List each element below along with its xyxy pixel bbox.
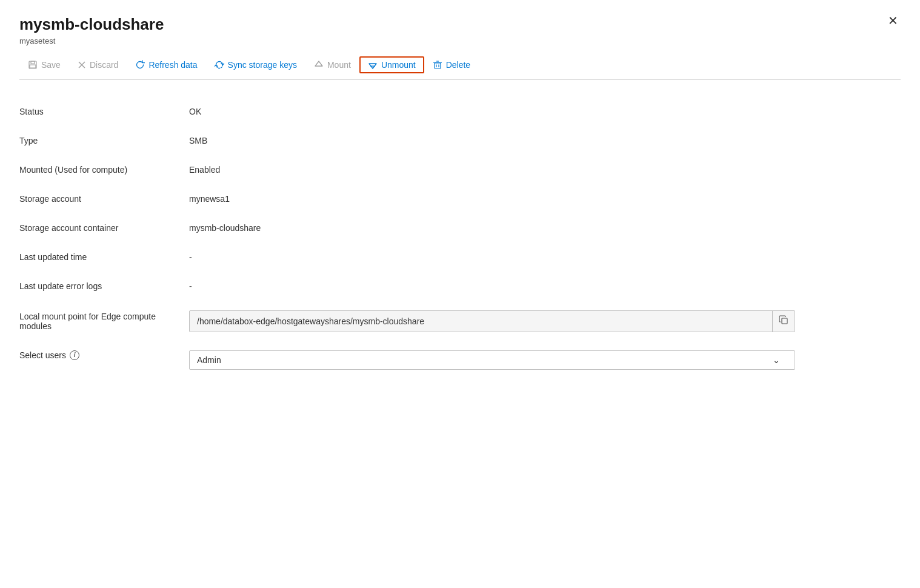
- field-value-select-users: Admin ⌄: [189, 349, 901, 370]
- field-label-last-updated: Last updated time: [19, 251, 189, 262]
- delete-button[interactable]: Delete: [424, 56, 479, 73]
- field-select-users: Select users i Admin ⌄: [19, 341, 901, 378]
- discard-icon: [78, 61, 86, 69]
- refresh-icon: [135, 60, 145, 70]
- mount-path-text: /home/databox-edge/hostgatewayshares/mys…: [190, 312, 772, 330]
- field-status: Status OK: [19, 97, 901, 126]
- field-value-storage-account: mynewsa1: [189, 193, 901, 204]
- dropdown-chevron-button[interactable]: ⌄: [758, 351, 795, 369]
- field-storage-account: Storage account mynewsa1: [19, 184, 901, 213]
- chevron-down-icon: ⌄: [765, 351, 787, 369]
- refresh-label: Refresh data: [148, 60, 197, 70]
- field-label-storage-account: Storage account: [19, 193, 189, 204]
- copy-button[interactable]: [772, 311, 795, 332]
- detail-panel: mysmb-cloudshare myasetest ✕ Save: [0, 0, 920, 588]
- field-label-mounted: Mounted (Used for compute): [19, 164, 189, 175]
- field-type: Type SMB: [19, 126, 901, 155]
- panel-title: mysmb-cloudshare: [19, 15, 901, 35]
- mount-label: Mount: [327, 60, 351, 70]
- users-selected-value: Admin: [190, 351, 758, 369]
- field-value-status: OK: [189, 105, 901, 116]
- field-storage-container: Storage account container mysmb-cloudsha…: [19, 213, 901, 242]
- field-last-updated: Last updated time -: [19, 242, 901, 272]
- panel-subtitle: myasetest: [19, 36, 901, 45]
- svg-rect-2: [30, 65, 36, 68]
- field-label-storage-container: Storage account container: [19, 222, 189, 233]
- discard-button[interactable]: Discard: [69, 56, 127, 73]
- unmount-label: Unmount: [381, 60, 416, 70]
- info-icon[interactable]: i: [70, 350, 79, 360]
- unmount-icon: [368, 60, 378, 70]
- field-label-status: Status: [19, 105, 189, 116]
- copy-input-wrapper: /home/databox-edge/hostgatewayshares/mys…: [189, 310, 795, 332]
- discard-label: Discard: [90, 60, 118, 70]
- field-value-error-logs: -: [189, 280, 901, 291]
- field-label-mount-point: Local mount point for Edge compute modul…: [19, 310, 189, 331]
- field-value-type: SMB: [189, 135, 901, 145]
- field-label-select-users: Select users i: [19, 349, 189, 360]
- delete-label: Delete: [446, 60, 470, 70]
- save-button[interactable]: Save: [19, 56, 69, 73]
- field-error-logs: Last update error logs -: [19, 272, 901, 301]
- svg-marker-5: [315, 61, 322, 66]
- field-value-mount-point: /home/databox-edge/hostgatewayshares/mys…: [189, 309, 901, 332]
- delete-icon: [433, 60, 442, 70]
- svg-rect-13: [782, 318, 787, 324]
- field-mounted: Mounted (Used for compute) Enabled: [19, 155, 901, 184]
- toolbar: Save Discard Refresh data: [19, 50, 901, 80]
- sync-label: Sync storage keys: [228, 60, 297, 70]
- save-label: Save: [41, 60, 61, 70]
- svg-rect-8: [435, 63, 441, 68]
- field-mount-point: Local mount point for Edge compute modul…: [19, 301, 901, 341]
- close-button[interactable]: ✕: [883, 12, 903, 29]
- sync-button[interactable]: Sync storage keys: [206, 56, 305, 73]
- fields-container: Status OK Type SMB Mounted (Used for com…: [19, 97, 901, 378]
- refresh-button[interactable]: Refresh data: [127, 56, 205, 73]
- users-dropdown[interactable]: Admin ⌄: [189, 350, 795, 370]
- unmount-button[interactable]: Unmount: [359, 56, 424, 73]
- copy-icon: [779, 315, 788, 325]
- field-label-type: Type: [19, 135, 189, 145]
- svg-rect-1: [31, 61, 35, 64]
- mount-icon: [314, 60, 324, 70]
- field-value-mounted: Enabled: [189, 164, 901, 175]
- mount-button[interactable]: Mount: [305, 56, 359, 73]
- save-icon: [28, 60, 38, 70]
- panel-header: mysmb-cloudshare myasetest: [19, 15, 901, 45]
- sync-icon: [215, 60, 224, 70]
- field-value-storage-container: mysmb-cloudshare: [189, 222, 901, 233]
- field-label-error-logs: Last update error logs: [19, 280, 189, 291]
- field-value-last-updated: -: [189, 251, 901, 262]
